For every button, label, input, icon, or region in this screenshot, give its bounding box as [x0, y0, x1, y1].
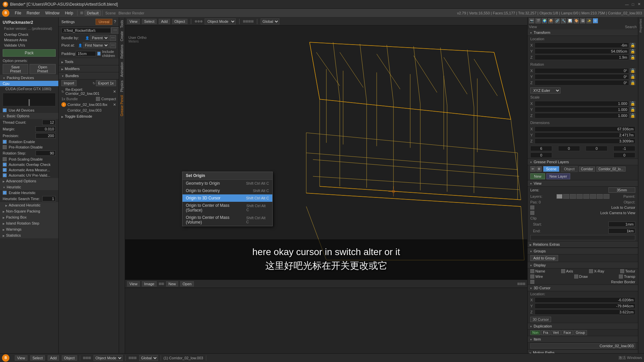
maximize-btn[interactable]: □: [631, 2, 635, 7]
tab-tools[interactable]: Tools: [119, 19, 124, 29]
measure-area-btn[interactable]: Measure Area: [0, 37, 58, 43]
gp-pencil-icon[interactable]: ✏: [530, 166, 536, 172]
delta-loc-w[interactable]: [613, 146, 635, 151]
import-btn[interactable]: Import: [61, 80, 76, 86]
delta-loc-v[interactable]: [530, 153, 552, 158]
help-icon[interactable]: ?: [114, 19, 116, 24]
display-draw-checkbox[interactable]: [574, 275, 578, 279]
tab-create[interactable]: Create: [119, 30, 124, 43]
viewport-3d[interactable]: View Select Add Object ⊕⊕⊕ Object Mode ⊞…: [125, 17, 527, 280]
relations-extras-header[interactable]: Relations Extras: [528, 241, 638, 248]
use-all-devices-checkbox[interactable]: ✓: [3, 108, 7, 112]
rp-icon-object[interactable]: 📦: [548, 18, 553, 23]
heuristic-time-input[interactable]: [42, 196, 56, 201]
object-mode-bottom[interactable]: Object Mode: [94, 355, 123, 361]
rp-icon-constraints[interactable]: 🔗: [554, 18, 560, 23]
path-open-btn[interactable]: ⋯: [111, 27, 119, 34]
select-btn[interactable]: Select: [142, 19, 157, 24]
bottom-select-btn[interactable]: Select: [30, 355, 45, 361]
rp-icon-data[interactable]: 📊: [567, 18, 573, 23]
editor-icon[interactable]: ⊞: [79, 11, 85, 15]
dupl-group-btn[interactable]: Group: [574, 330, 587, 335]
tab-animation[interactable]: Animation: [119, 61, 124, 78]
save-preset-btn[interactable]: Save Preset: [3, 64, 28, 74]
packing-box-header[interactable]: Packing Box: [0, 214, 58, 220]
gp-settings-icon[interactable]: ⚙: [536, 166, 542, 172]
delta-loc-x[interactable]: [530, 146, 552, 151]
scale-x-lock[interactable]: 🔒: [630, 101, 635, 106]
clip-start-input[interactable]: [608, 222, 635, 227]
timeline-image-btn[interactable]: Image: [142, 281, 157, 287]
loc-x-lock[interactable]: 🔒: [630, 43, 635, 48]
tab-relations[interactable]: Relations: [119, 43, 124, 60]
tools-header[interactable]: Tools: [59, 58, 119, 65]
include-children-checkbox[interactable]: ✓: [97, 52, 101, 56]
enable-heuristic-checkbox[interactable]: ✓: [3, 191, 7, 195]
bottom-view-btn[interactable]: View: [15, 355, 28, 361]
export-btn[interactable]: Export 1x: [96, 80, 116, 86]
display-xray-checkbox[interactable]: [589, 269, 593, 273]
display-texture-checkbox[interactable]: [620, 269, 624, 273]
bundles-header[interactable]: Bundles: [59, 72, 119, 79]
scale-z-input[interactable]: [535, 113, 629, 118]
object-mode-select[interactable]: Object Mode: [205, 18, 236, 24]
object-btn[interactable]: Object: [172, 19, 187, 24]
rp-icon-modifier[interactable]: 🔧: [561, 18, 566, 23]
margin-input[interactable]: [36, 126, 56, 132]
advanced-options-header[interactable]: Advanced Options: [0, 178, 58, 184]
layer-6[interactable]: [590, 194, 596, 199]
tab-physics[interactable]: Physics: [119, 79, 124, 93]
menu-render[interactable]: Render: [24, 10, 42, 16]
layer-7[interactable]: [597, 194, 603, 199]
heuristic-header[interactable]: Heuristic: [0, 184, 58, 190]
open-preset-btn[interactable]: Open Preset: [30, 64, 56, 74]
delta-loc-z[interactable]: [586, 146, 607, 151]
cursor-x-input[interactable]: [535, 297, 635, 303]
validate-uvs-btn[interactable]: Validate UVs: [0, 43, 58, 48]
advanced-heuristic-header[interactable]: Advanced Heuristic: [0, 202, 58, 208]
dim-z-input[interactable]: [535, 138, 635, 144]
gp-scene-tab[interactable]: Scene: [543, 166, 559, 172]
delta-loc-y[interactable]: [558, 146, 580, 151]
display-wire-checkbox[interactable]: [530, 275, 534, 279]
pack-button[interactable]: Pack: [3, 49, 56, 57]
bundle-close-icon[interactable]: ✕: [113, 103, 116, 107]
transform-header[interactable]: Transform: [528, 29, 638, 36]
item-header[interactable]: Item: [528, 336, 638, 343]
loc-z-lock[interactable]: 🔒: [630, 55, 635, 60]
loc-z-input[interactable]: [535, 55, 629, 60]
rp-icon-scene[interactable]: 🎬: [535, 18, 541, 23]
tab-grease-pencil[interactable]: Grease Pencil: [119, 94, 124, 118]
pivot-select[interactable]: First Name: [83, 42, 109, 48]
gp-new-btn[interactable]: New: [530, 173, 545, 179]
dupl-non-btn[interactable]: Non: [530, 330, 540, 335]
post-scaling-checkbox[interactable]: [3, 157, 7, 161]
clip-end-input[interactable]: [608, 228, 635, 234]
layer-3[interactable]: [570, 194, 576, 199]
close-btn[interactable]: ✕: [637, 2, 641, 7]
ctx-origin-to-geometry[interactable]: Origin to Geometry Shift Alt C: [182, 187, 272, 194]
auto-uv-checkbox[interactable]: ✓: [3, 173, 7, 177]
rotation-step-input[interactable]: [36, 150, 56, 156]
transform-select[interactable]: Global: [261, 18, 279, 24]
lock-cursor-checkbox[interactable]: [530, 205, 534, 209]
workspace-btn[interactable]: Default: [85, 10, 101, 16]
modifiers-header[interactable]: Modifiers: [59, 65, 119, 72]
pivot-extra[interactable]: ⋯: [110, 43, 116, 48]
dim-x-input[interactable]: [535, 126, 635, 132]
overlap-check-btn[interactable]: Overlap Check: [0, 32, 58, 37]
ctx-origin-to-cursor[interactable]: Origin to 3D Cursor Shift Ctrl Alt C: [182, 194, 272, 202]
lock-camera-checkbox[interactable]: [530, 211, 534, 215]
rp-icon-material[interactable]: 🎨: [574, 18, 579, 23]
timeline-new-btn[interactable]: New: [166, 281, 178, 287]
menu-help[interactable]: Help: [62, 10, 76, 16]
cursor-z-input[interactable]: [535, 309, 635, 315]
scale-x-input[interactable]: [535, 101, 629, 106]
render-border-checkbox[interactable]: [530, 280, 534, 284]
compact-checkbox[interactable]: [96, 97, 100, 101]
gp-layers-header[interactable]: Grease Pencil Layers: [528, 159, 638, 165]
local-camera-input[interactable]: [530, 235, 635, 240]
groups-header[interactable]: Groups: [528, 248, 638, 254]
loc-y-lock[interactable]: 🔒: [630, 49, 635, 54]
ctx-center-mass-volume[interactable]: Origin to Center of Mass (Volume) Shift …: [182, 214, 272, 226]
